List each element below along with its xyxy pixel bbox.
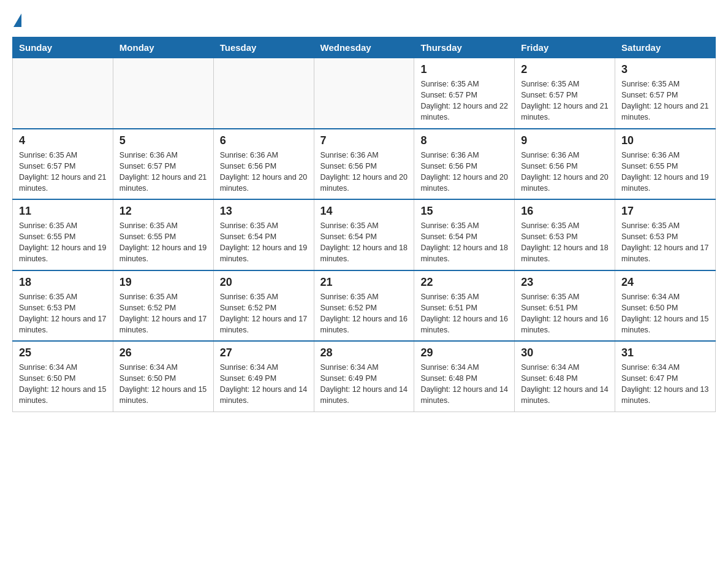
day-number: 24 [621,276,709,289]
day-number: 4 [19,134,107,147]
day-info: Sunrise: 6:35 AM Sunset: 6:57 PM Dayligh… [420,79,508,123]
day-info: Sunrise: 6:34 AM Sunset: 6:50 PM Dayligh… [621,291,709,336]
day-info: Sunrise: 6:36 AM Sunset: 6:56 PM Dayligh… [320,150,408,194]
day-number: 12 [119,205,207,218]
day-number: 5 [119,134,207,147]
day-number: 31 [621,347,709,359]
day-number: 8 [420,134,508,147]
weekday-header-saturday: Saturday [615,37,716,58]
calendar-day-cell: 29Sunrise: 6:34 AM Sunset: 6:48 PM Dayli… [414,341,515,412]
day-info: Sunrise: 6:34 AM Sunset: 6:50 PM Dayligh… [119,362,207,407]
calendar-week-row: 1Sunrise: 6:35 AM Sunset: 6:57 PM Daylig… [13,58,716,129]
day-info: Sunrise: 6:34 AM Sunset: 6:49 PM Dayligh… [320,362,408,407]
day-number: 10 [621,134,709,147]
day-info: Sunrise: 6:35 AM Sunset: 6:51 PM Dayligh… [521,291,609,336]
calendar-day-cell: 8Sunrise: 6:36 AM Sunset: 6:56 PM Daylig… [414,129,515,200]
calendar-day-cell: 24Sunrise: 6:34 AM Sunset: 6:50 PM Dayli… [615,270,716,342]
calendar-day-cell: 18Sunrise: 6:35 AM Sunset: 6:53 PM Dayli… [13,270,113,342]
calendar-day-cell: 4Sunrise: 6:35 AM Sunset: 6:57 PM Daylig… [13,129,113,200]
weekday-header-tuesday: Tuesday [213,37,314,58]
day-info: Sunrise: 6:34 AM Sunset: 6:50 PM Dayligh… [19,362,107,407]
calendar-day-cell: 31Sunrise: 6:34 AM Sunset: 6:47 PM Dayli… [615,341,716,412]
day-number: 25 [19,347,107,359]
calendar-day-cell: 17Sunrise: 6:35 AM Sunset: 6:53 PM Dayli… [615,199,716,270]
day-info: Sunrise: 6:35 AM Sunset: 6:57 PM Dayligh… [19,150,107,194]
calendar-day-cell: 13Sunrise: 6:35 AM Sunset: 6:54 PM Dayli… [213,199,314,270]
day-number: 14 [320,205,408,218]
day-number: 17 [621,205,709,218]
calendar-week-row: 18Sunrise: 6:35 AM Sunset: 6:53 PM Dayli… [13,270,716,342]
day-info: Sunrise: 6:34 AM Sunset: 6:48 PM Dayligh… [420,362,508,407]
day-info: Sunrise: 6:35 AM Sunset: 6:55 PM Dayligh… [19,220,107,265]
day-number: 9 [521,134,609,147]
day-info: Sunrise: 6:36 AM Sunset: 6:57 PM Dayligh… [119,150,207,194]
day-number: 21 [320,276,408,289]
day-number: 16 [521,205,609,218]
day-number: 1 [420,63,508,76]
weekday-header-wednesday: Wednesday [314,37,414,58]
calendar-day-cell: 12Sunrise: 6:35 AM Sunset: 6:55 PM Dayli… [113,199,213,270]
calendar-day-cell: 16Sunrise: 6:35 AM Sunset: 6:53 PM Dayli… [515,199,615,270]
page-header [12,12,716,25]
day-number: 15 [420,205,508,218]
day-number: 6 [220,134,308,147]
calendar-day-cell: 7Sunrise: 6:36 AM Sunset: 6:56 PM Daylig… [314,129,414,200]
day-info: Sunrise: 6:36 AM Sunset: 6:55 PM Dayligh… [621,150,709,194]
calendar-day-cell: 1Sunrise: 6:35 AM Sunset: 6:57 PM Daylig… [414,58,515,129]
day-info: Sunrise: 6:35 AM Sunset: 6:51 PM Dayligh… [420,291,508,336]
calendar-day-cell: 27Sunrise: 6:34 AM Sunset: 6:49 PM Dayli… [213,341,314,412]
day-number: 28 [320,347,408,359]
day-info: Sunrise: 6:34 AM Sunset: 6:47 PM Dayligh… [621,362,709,407]
calendar-day-cell: 20Sunrise: 6:35 AM Sunset: 6:52 PM Dayli… [213,270,314,342]
calendar-day-cell: 14Sunrise: 6:35 AM Sunset: 6:54 PM Dayli… [314,199,414,270]
day-info: Sunrise: 6:35 AM Sunset: 6:57 PM Dayligh… [621,79,709,123]
calendar-day-cell [314,58,414,129]
day-info: Sunrise: 6:35 AM Sunset: 6:53 PM Dayligh… [621,220,709,265]
day-info: Sunrise: 6:35 AM Sunset: 6:52 PM Dayligh… [320,291,408,336]
day-number: 27 [220,347,308,359]
day-number: 18 [19,276,107,289]
day-info: Sunrise: 6:34 AM Sunset: 6:49 PM Dayligh… [220,362,308,407]
day-number: 26 [119,347,207,359]
day-info: Sunrise: 6:35 AM Sunset: 6:54 PM Dayligh… [220,220,308,265]
calendar-day-cell: 11Sunrise: 6:35 AM Sunset: 6:55 PM Dayli… [13,199,113,270]
day-info: Sunrise: 6:35 AM Sunset: 6:54 PM Dayligh… [420,220,508,265]
day-info: Sunrise: 6:35 AM Sunset: 6:57 PM Dayligh… [521,79,609,123]
day-info: Sunrise: 6:35 AM Sunset: 6:55 PM Dayligh… [119,220,207,265]
day-number: 30 [521,347,609,359]
day-info: Sunrise: 6:36 AM Sunset: 6:56 PM Dayligh… [220,150,308,194]
day-number: 23 [521,276,609,289]
day-number: 7 [320,134,408,147]
calendar-week-row: 11Sunrise: 6:35 AM Sunset: 6:55 PM Dayli… [13,199,716,270]
weekday-header-thursday: Thursday [414,37,515,58]
weekday-header-sunday: Sunday [13,37,113,58]
day-number: 29 [420,347,508,359]
calendar-day-cell [13,58,113,129]
logo-triangle-icon [13,13,21,27]
calendar-day-cell: 22Sunrise: 6:35 AM Sunset: 6:51 PM Dayli… [414,270,515,342]
day-number: 19 [119,276,207,289]
calendar-day-cell: 23Sunrise: 6:35 AM Sunset: 6:51 PM Dayli… [515,270,615,342]
calendar-day-cell: 26Sunrise: 6:34 AM Sunset: 6:50 PM Dayli… [113,341,213,412]
calendar-day-cell: 6Sunrise: 6:36 AM Sunset: 6:56 PM Daylig… [213,129,314,200]
calendar-day-cell: 5Sunrise: 6:36 AM Sunset: 6:57 PM Daylig… [113,129,213,200]
calendar-day-cell: 19Sunrise: 6:35 AM Sunset: 6:52 PM Dayli… [113,270,213,342]
calendar-table: SundayMondayTuesdayWednesdayThursdayFrid… [12,37,716,412]
day-number: 13 [220,205,308,218]
calendar-day-cell: 15Sunrise: 6:35 AM Sunset: 6:54 PM Dayli… [414,199,515,270]
day-info: Sunrise: 6:35 AM Sunset: 6:54 PM Dayligh… [320,220,408,265]
calendar-day-cell: 28Sunrise: 6:34 AM Sunset: 6:49 PM Dayli… [314,341,414,412]
day-info: Sunrise: 6:35 AM Sunset: 6:53 PM Dayligh… [19,291,107,336]
calendar-week-row: 4Sunrise: 6:35 AM Sunset: 6:57 PM Daylig… [13,129,716,200]
day-info: Sunrise: 6:36 AM Sunset: 6:56 PM Dayligh… [420,150,508,194]
calendar-day-cell: 21Sunrise: 6:35 AM Sunset: 6:52 PM Dayli… [314,270,414,342]
day-number: 3 [621,63,709,76]
day-info: Sunrise: 6:35 AM Sunset: 6:53 PM Dayligh… [521,220,609,265]
weekday-header-friday: Friday [515,37,615,58]
calendar-day-cell: 10Sunrise: 6:36 AM Sunset: 6:55 PM Dayli… [615,129,716,200]
calendar-day-cell: 9Sunrise: 6:36 AM Sunset: 6:56 PM Daylig… [515,129,615,200]
day-info: Sunrise: 6:35 AM Sunset: 6:52 PM Dayligh… [220,291,308,336]
day-info: Sunrise: 6:36 AM Sunset: 6:56 PM Dayligh… [521,150,609,194]
day-info: Sunrise: 6:35 AM Sunset: 6:52 PM Dayligh… [119,291,207,336]
weekday-header-monday: Monday [113,37,213,58]
